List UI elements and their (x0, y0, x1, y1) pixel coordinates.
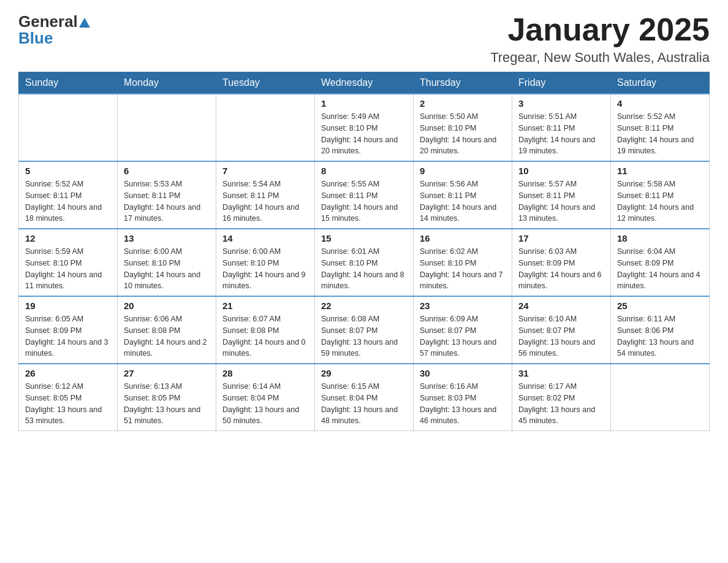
day-info: Sunrise: 5:58 AMSunset: 8:11 PMDaylight:… (617, 178, 703, 224)
day-number: 23 (420, 301, 506, 311)
calendar-cell: 8Sunrise: 5:55 AMSunset: 8:11 PMDaylight… (315, 161, 414, 229)
day-number: 22 (321, 301, 407, 311)
day-number: 29 (321, 368, 407, 378)
day-info: Sunrise: 6:11 AMSunset: 8:06 PMDaylight:… (617, 313, 703, 359)
day-number: 4 (617, 98, 703, 109)
day-number: 11 (617, 166, 703, 176)
weekday-header-thursday: Thursday (414, 72, 512, 94)
calendar-cell: 24Sunrise: 6:10 AMSunset: 8:07 PMDayligh… (512, 296, 611, 364)
calendar-cell: 31Sunrise: 6:17 AMSunset: 8:02 PMDayligh… (512, 364, 611, 431)
day-number: 2 (420, 98, 506, 109)
day-info: Sunrise: 6:17 AMSunset: 8:02 PMDaylight:… (518, 381, 604, 427)
day-info: Sunrise: 5:54 AMSunset: 8:11 PMDaylight:… (222, 178, 308, 224)
day-info: Sunrise: 6:03 AMSunset: 8:09 PMDaylight:… (518, 246, 604, 292)
day-info: Sunrise: 5:52 AMSunset: 8:11 PMDaylight:… (617, 111, 703, 157)
calendar-cell: 23Sunrise: 6:09 AMSunset: 8:07 PMDayligh… (414, 296, 512, 364)
day-number: 10 (518, 166, 604, 176)
day-number: 6 (124, 166, 210, 176)
logo: General Blue (18, 12, 90, 48)
weekday-header-friday: Friday (512, 72, 611, 94)
day-info: Sunrise: 6:01 AMSunset: 8:10 PMDaylight:… (321, 246, 407, 292)
calendar-cell (118, 94, 216, 161)
page-header: General Blue January 2025 Tregear, New S… (18, 12, 710, 66)
calendar-week-2: 5Sunrise: 5:52 AMSunset: 8:11 PMDaylight… (19, 161, 710, 229)
day-info: Sunrise: 6:00 AMSunset: 8:10 PMDaylight:… (124, 246, 210, 292)
calendar-week-3: 12Sunrise: 5:59 AMSunset: 8:10 PMDayligh… (19, 229, 710, 296)
day-number: 27 (124, 368, 210, 378)
calendar-week-1: 1Sunrise: 5:49 AMSunset: 8:10 PMDaylight… (19, 94, 710, 161)
calendar-cell: 17Sunrise: 6:03 AMSunset: 8:09 PMDayligh… (512, 229, 611, 296)
day-info: Sunrise: 5:53 AMSunset: 8:11 PMDaylight:… (124, 178, 210, 224)
location-title: Tregear, New South Wales, Australia (490, 50, 710, 66)
day-number: 17 (518, 233, 604, 243)
weekday-header-tuesday: Tuesday (216, 72, 315, 94)
day-info: Sunrise: 6:10 AMSunset: 8:07 PMDaylight:… (518, 313, 604, 359)
calendar-cell: 27Sunrise: 6:13 AMSunset: 8:05 PMDayligh… (118, 364, 216, 431)
calendar-cell (19, 94, 118, 161)
svg-marker-0 (79, 18, 90, 28)
calendar-cell (216, 94, 315, 161)
day-number: 30 (420, 368, 506, 378)
day-info: Sunrise: 6:04 AMSunset: 8:09 PMDaylight:… (617, 246, 703, 292)
calendar-cell: 26Sunrise: 6:12 AMSunset: 8:05 PMDayligh… (19, 364, 118, 431)
day-info: Sunrise: 6:15 AMSunset: 8:04 PMDaylight:… (321, 381, 407, 427)
day-number: 28 (222, 368, 308, 378)
calendar-cell: 15Sunrise: 6:01 AMSunset: 8:10 PMDayligh… (315, 229, 414, 296)
day-info: Sunrise: 6:02 AMSunset: 8:10 PMDaylight:… (420, 246, 506, 292)
day-info: Sunrise: 6:13 AMSunset: 8:05 PMDaylight:… (124, 381, 210, 427)
day-info: Sunrise: 6:07 AMSunset: 8:08 PMDaylight:… (222, 313, 308, 359)
day-number: 7 (222, 166, 308, 176)
calendar-cell: 25Sunrise: 6:11 AMSunset: 8:06 PMDayligh… (611, 296, 710, 364)
day-number: 5 (25, 166, 111, 176)
calendar-cell: 10Sunrise: 5:57 AMSunset: 8:11 PMDayligh… (512, 161, 611, 229)
day-number: 16 (420, 233, 506, 243)
day-info: Sunrise: 5:49 AMSunset: 8:10 PMDaylight:… (321, 111, 407, 157)
calendar-cell: 16Sunrise: 6:02 AMSunset: 8:10 PMDayligh… (414, 229, 512, 296)
day-number: 15 (321, 233, 407, 243)
day-info: Sunrise: 6:12 AMSunset: 8:05 PMDaylight:… (25, 381, 111, 427)
day-info: Sunrise: 6:05 AMSunset: 8:09 PMDaylight:… (25, 313, 111, 359)
day-number: 18 (617, 233, 703, 243)
calendar-cell: 11Sunrise: 5:58 AMSunset: 8:11 PMDayligh… (611, 161, 710, 229)
day-info: Sunrise: 5:56 AMSunset: 8:11 PMDaylight:… (420, 178, 506, 224)
calendar-cell: 19Sunrise: 6:05 AMSunset: 8:09 PMDayligh… (19, 296, 118, 364)
weekday-header-monday: Monday (118, 72, 216, 94)
day-number: 8 (321, 166, 407, 176)
calendar-cell: 4Sunrise: 5:52 AMSunset: 8:11 PMDaylight… (611, 94, 710, 161)
calendar-cell: 9Sunrise: 5:56 AMSunset: 8:11 PMDaylight… (414, 161, 512, 229)
calendar-table: SundayMondayTuesdayWednesdayThursdayFrid… (18, 72, 710, 431)
day-info: Sunrise: 6:08 AMSunset: 8:07 PMDaylight:… (321, 313, 407, 359)
month-title: January 2025 (490, 12, 710, 47)
day-info: Sunrise: 5:59 AMSunset: 8:10 PMDaylight:… (25, 246, 111, 292)
logo-arrow-icon (79, 18, 90, 28)
day-info: Sunrise: 5:57 AMSunset: 8:11 PMDaylight:… (518, 178, 604, 224)
day-number: 26 (25, 368, 111, 378)
day-number: 1 (321, 98, 407, 109)
day-number: 19 (25, 301, 111, 311)
day-number: 21 (222, 301, 308, 311)
calendar-cell: 30Sunrise: 6:16 AMSunset: 8:03 PMDayligh… (414, 364, 512, 431)
day-number: 13 (124, 233, 210, 243)
day-number: 14 (222, 233, 308, 243)
day-number: 31 (518, 368, 604, 378)
day-number: 24 (518, 301, 604, 311)
day-info: Sunrise: 6:09 AMSunset: 8:07 PMDaylight:… (420, 313, 506, 359)
day-info: Sunrise: 6:00 AMSunset: 8:10 PMDaylight:… (222, 246, 308, 292)
weekday-header-wednesday: Wednesday (315, 72, 414, 94)
calendar-cell: 28Sunrise: 6:14 AMSunset: 8:04 PMDayligh… (216, 364, 315, 431)
calendar-cell (611, 364, 710, 431)
calendar-cell: 3Sunrise: 5:51 AMSunset: 8:11 PMDaylight… (512, 94, 611, 161)
day-info: Sunrise: 6:16 AMSunset: 8:03 PMDaylight:… (420, 381, 506, 427)
day-info: Sunrise: 6:06 AMSunset: 8:08 PMDaylight:… (124, 313, 210, 359)
logo-blue-text: Blue (18, 29, 90, 48)
calendar-cell: 18Sunrise: 6:04 AMSunset: 8:09 PMDayligh… (611, 229, 710, 296)
calendar-week-5: 26Sunrise: 6:12 AMSunset: 8:05 PMDayligh… (19, 364, 710, 431)
calendar-cell: 21Sunrise: 6:07 AMSunset: 8:08 PMDayligh… (216, 296, 315, 364)
day-info: Sunrise: 5:50 AMSunset: 8:10 PMDaylight:… (420, 111, 506, 157)
day-number: 9 (420, 166, 506, 176)
calendar-cell: 20Sunrise: 6:06 AMSunset: 8:08 PMDayligh… (118, 296, 216, 364)
calendar-cell: 29Sunrise: 6:15 AMSunset: 8:04 PMDayligh… (315, 364, 414, 431)
weekday-header-row: SundayMondayTuesdayWednesdayThursdayFrid… (19, 72, 710, 94)
weekday-header-sunday: Sunday (19, 72, 118, 94)
calendar-cell: 6Sunrise: 5:53 AMSunset: 8:11 PMDaylight… (118, 161, 216, 229)
